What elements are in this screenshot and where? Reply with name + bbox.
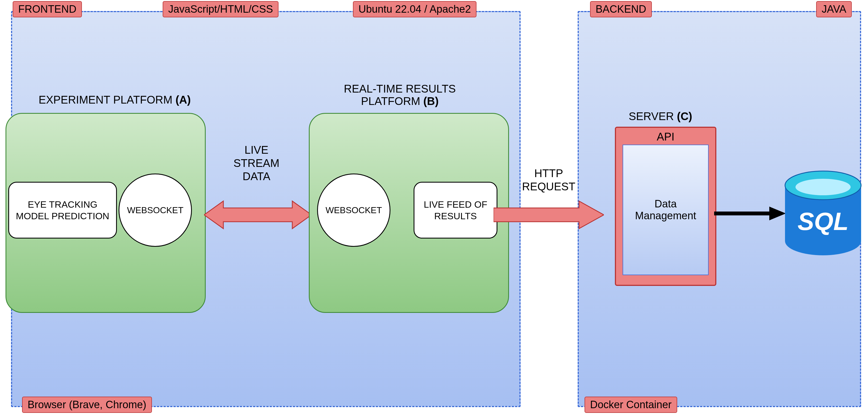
title-b-l1: REAL-TIME RESULTS (344, 83, 456, 95)
tag-frontend-label: FRONTEND (18, 3, 76, 15)
title-c-bold: (C) (677, 110, 692, 122)
server-api-inner: Data Management (623, 145, 709, 275)
data-mgmt-l1: Data (655, 198, 677, 210)
node-websocket-b-label: WEBSOCKET (326, 205, 382, 215)
title-server: SERVER (C) (629, 110, 692, 123)
title-b-bold: (B) (423, 95, 439, 107)
tag-backend: BACKEND (590, 1, 652, 18)
tag-docker: Docker Container (585, 396, 677, 413)
label-live-stream: LIVE STREAM DATA (215, 143, 298, 183)
svg-marker-1 (494, 201, 604, 229)
tag-browser-label: Browser (Brave, Chrome) (28, 399, 147, 411)
svg-point-5 (796, 179, 850, 195)
tag-js-html-css: JavaScript/HTML/CSS (163, 1, 278, 18)
title-a-bold: (A) (175, 94, 191, 106)
title-realtime-platform: REAL-TIME RESULTS PLATFORM (B) (331, 83, 469, 107)
label-live-stream-l2: STREAM (215, 157, 298, 170)
server-api-box: API Data Management (615, 127, 716, 286)
arrow-live-stream (204, 198, 312, 231)
tag-ubuntu-apache: Ubuntu 22.04 / Apache2 (353, 1, 476, 18)
title-b-l2: PLATFORM (361, 95, 423, 107)
title-experiment-platform: EXPERIMENT PLATFORM (A) (39, 94, 191, 106)
sql-label: SQL (798, 208, 848, 235)
tag-browser: Browser (Brave, Chrome) (22, 396, 152, 413)
title-c-text: SERVER (629, 110, 677, 122)
server-api-title: API (616, 128, 715, 145)
tag-java-label: JAVA (822, 3, 846, 15)
tag-backend-label: BACKEND (596, 3, 646, 15)
node-websocket-a-label: WEBSOCKET (127, 205, 183, 215)
svg-marker-0 (204, 201, 312, 229)
arrow-to-sql (714, 205, 786, 222)
label-http-l2: REQUEST (516, 180, 582, 193)
node-eye-tracking: EYE TRACKING MODEL PREDICTION (8, 182, 117, 239)
label-live-stream-l1: LIVE (215, 143, 298, 157)
tag-docker-label: Docker Container (590, 399, 672, 411)
node-live-feed: LIVE FEED OF RESULTS (413, 182, 497, 239)
sql-database-icon: SQL (783, 169, 863, 257)
title-a-text: EXPERIMENT PLATFORM (39, 94, 175, 106)
tag-ubuntu-label: Ubuntu 22.04 / Apache2 (359, 3, 471, 15)
node-live-feed-label: LIVE FEED OF RESULTS (418, 199, 493, 222)
node-websocket-a: WEBSOCKET (119, 174, 192, 247)
tag-frontend: FRONTEND (13, 1, 82, 18)
tag-js-label: JavaScript/HTML/CSS (168, 3, 273, 15)
label-http-request: HTTP REQUEST (516, 167, 582, 193)
diagram-canvas: FRONTEND JavaScript/HTML/CSS Ubuntu 22.0… (0, 0, 868, 417)
node-eye-tracking-label: EYE TRACKING MODEL PREDICTION (13, 199, 112, 222)
arrow-http-request (494, 198, 604, 231)
tag-java: JAVA (816, 1, 852, 18)
label-live-stream-l3: DATA (215, 170, 298, 183)
data-mgmt-l2: Management (635, 210, 696, 222)
node-websocket-b: WEBSOCKET (317, 174, 391, 247)
label-http-l1: HTTP (516, 167, 582, 180)
